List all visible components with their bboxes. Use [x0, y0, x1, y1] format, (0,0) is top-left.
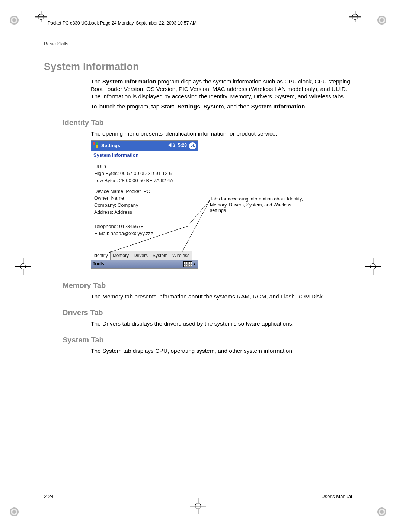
tab-drivers: Drivers: [131, 251, 150, 260]
titlebar-text: Settings: [101, 143, 167, 149]
section-heading: System Information: [44, 61, 352, 73]
screenshot-figure: Settings ◀ミ 5:28 ok System Information U…: [91, 140, 352, 273]
volume-icon: ◀ミ: [167, 143, 176, 148]
regmark-bottom-right: [374, 504, 389, 519]
page-footer: 2-24 User's Manual: [44, 491, 352, 499]
email: E-Mail: aaaaa@xxx.yyy.zzz: [94, 231, 195, 237]
svg-point-2: [12, 18, 16, 22]
bold-start: Start: [161, 103, 174, 110]
tools-label: Tools: [93, 261, 104, 267]
intro-para-1: The System Information program displays …: [91, 78, 352, 100]
head-rule: [44, 48, 352, 48]
company: Company: Company: [94, 202, 195, 209]
crosshair-right: [365, 258, 381, 275]
svg-point-5: [380, 18, 384, 22]
running-head: Basic Skills: [44, 41, 352, 51]
drivers-text: The Drivers tab displays the drivers use…: [91, 320, 352, 327]
app-title: System Information: [91, 151, 198, 160]
uuid-low: Low Bytes: 28 00 00 50 BF 7A 62 4A: [94, 178, 195, 184]
uuid-label: UUID: [94, 164, 195, 170]
tab-identity: Identity: [91, 251, 111, 260]
sip-keyboard-icon: ▲: [183, 261, 196, 267]
telephone: Telephone: 012345678: [94, 224, 195, 230]
address: Address: Address: [94, 209, 195, 216]
regmark-top-left: [7, 13, 22, 28]
memory-heading: Memory Tab: [63, 281, 352, 290]
ok-button-icon: ok: [189, 142, 196, 149]
device-titlebar: Settings ◀ミ 5:28 ok: [91, 141, 198, 151]
tab-memory: Memory: [111, 251, 131, 260]
memory-text: The Memory tab presents information abou…: [91, 293, 352, 300]
regmark-top-right: [374, 13, 389, 28]
top-crop-rule: [0, 26, 396, 26]
device-bottombar: Tools ▲: [91, 260, 198, 268]
app-body: UUID High Bytes: 00 57 00 0D 3D 91 12 61…: [91, 160, 198, 251]
start-flag-icon: [93, 142, 99, 149]
identity-heading: Identity Tab: [63, 118, 352, 127]
svg-point-8: [12, 510, 16, 514]
crosshair-left: [15, 258, 31, 275]
device-tabs: Identity Memory Drivers System Wireless: [91, 251, 198, 260]
crosshair-top-inner-left: [35, 11, 47, 22]
system-heading: System Tab: [63, 336, 352, 344]
device-name: Device Name: Pocket_PC: [94, 189, 195, 195]
tab-wireless: Wireless: [170, 251, 192, 260]
running-head-text: Basic Skills: [44, 41, 68, 47]
crosshair-bottom: [190, 498, 206, 514]
owner: Owner: Name: [94, 195, 195, 202]
identity-text: The opening menu presents identification…: [91, 130, 352, 137]
bold-system-information-2: System Information: [251, 103, 305, 110]
device-screenshot: Settings ◀ミ 5:28 ok System Information U…: [91, 140, 198, 269]
bold-settings: Settings: [178, 103, 200, 110]
framemaker-header: Pocket PC e830 UG.book Page 24 Monday, S…: [48, 20, 197, 26]
titlebar-time: 5:28: [178, 143, 187, 148]
callout-text: Tabs for accessing information about Ide…: [210, 196, 303, 214]
regmark-bottom-left: [7, 504, 22, 519]
bold-system-information: System Information: [102, 78, 156, 85]
intro-para-2: To launch the program, tap Start, Settin…: [91, 103, 352, 110]
bold-system: System: [203, 103, 224, 110]
page-number: 2-24: [44, 494, 54, 499]
drivers-heading: Drivers Tab: [63, 308, 352, 317]
uuid-high: High Bytes: 00 57 00 0D 3D 91 12 61: [94, 171, 195, 177]
tab-system: System: [150, 251, 170, 260]
footer-right: User's Manual: [321, 494, 352, 499]
system-text: The System tab displays CPU, operating s…: [91, 347, 352, 355]
svg-point-11: [380, 510, 384, 514]
crosshair-top-inner-right: [349, 11, 361, 22]
